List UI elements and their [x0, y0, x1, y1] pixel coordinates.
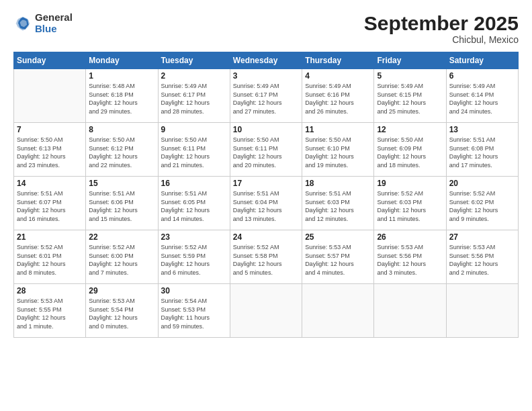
calendar-cell-2-3: 17Sunrise: 5:51 AM Sunset: 6:04 PM Dayli… [230, 177, 302, 230]
day-detail-6: Sunrise: 5:49 AM Sunset: 6:14 PM Dayligh… [449, 82, 515, 116]
logo-general: General [35, 12, 73, 24]
calendar-cell-3-4: 25Sunrise: 5:53 AM Sunset: 5:57 PM Dayli… [302, 230, 374, 284]
day-number-10: 10 [233, 125, 299, 134]
day-number-1: 1 [89, 71, 154, 81]
day-detail-3: Sunrise: 5:49 AM Sunset: 6:17 PM Dayligh… [233, 82, 299, 116]
week-row-1: 7Sunrise: 5:50 AM Sunset: 6:13 PM Daylig… [14, 123, 519, 177]
day-detail-20: Sunrise: 5:52 AM Sunset: 6:02 PM Dayligh… [449, 189, 515, 223]
calendar-cell-3-3: 24Sunrise: 5:52 AM Sunset: 5:58 PM Dayli… [230, 230, 302, 284]
day-detail-16: Sunrise: 5:51 AM Sunset: 6:05 PM Dayligh… [161, 189, 227, 223]
day-detail-11: Sunrise: 5:50 AM Sunset: 6:10 PM Dayligh… [305, 136, 371, 169]
calendar-table: Sunday Monday Tuesday Wednesday Thursday… [13, 52, 519, 338]
day-number-27: 27 [449, 232, 515, 242]
day-detail-13: Sunrise: 5:51 AM Sunset: 6:08 PM Dayligh… [449, 136, 515, 169]
day-detail-8: Sunrise: 5:50 AM Sunset: 6:12 PM Dayligh… [89, 136, 154, 169]
day-detail-5: Sunrise: 5:49 AM Sunset: 6:15 PM Dayligh… [377, 82, 443, 116]
day-number-7: 7 [17, 125, 83, 134]
calendar-cell-0-6: 6Sunrise: 5:49 AM Sunset: 6:14 PM Daylig… [446, 69, 518, 123]
calendar-cell-0-5: 5Sunrise: 5:49 AM Sunset: 6:15 PM Daylig… [374, 69, 446, 123]
day-number-29: 29 [89, 286, 154, 295]
col-wednesday: Wednesday [230, 52, 302, 69]
day-detail-7: Sunrise: 5:50 AM Sunset: 6:13 PM Dayligh… [17, 136, 83, 169]
week-row-0: 1Sunrise: 5:48 AM Sunset: 6:18 PM Daylig… [14, 69, 519, 123]
calendar-cell-0-4: 4Sunrise: 5:49 AM Sunset: 6:16 PM Daylig… [302, 69, 374, 123]
day-number-21: 21 [17, 232, 83, 242]
day-detail-21: Sunrise: 5:52 AM Sunset: 6:01 PM Dayligh… [17, 243, 83, 277]
day-number-9: 9 [161, 125, 227, 134]
calendar-cell-4-0: 28Sunrise: 5:53 AM Sunset: 5:55 PM Dayli… [14, 284, 86, 338]
day-detail-25: Sunrise: 5:53 AM Sunset: 5:57 PM Dayligh… [305, 243, 371, 277]
calendar-cell-0-1: 1Sunrise: 5:48 AM Sunset: 6:18 PM Daylig… [86, 69, 158, 123]
col-monday: Monday [86, 52, 158, 69]
day-number-8: 8 [89, 125, 154, 134]
day-number-19: 19 [377, 179, 443, 188]
day-number-25: 25 [305, 232, 371, 242]
logo-blue: Blue [35, 24, 73, 35]
page-header: General Blue September 2025 Chicbul, Mex… [13, 12, 519, 45]
day-detail-12: Sunrise: 5:50 AM Sunset: 6:09 PM Dayligh… [377, 136, 443, 169]
calendar-cell-0-3: 3Sunrise: 5:49 AM Sunset: 6:17 PM Daylig… [230, 69, 302, 123]
calendar-cell-4-3 [230, 284, 302, 338]
calendar-cell-1-0: 7Sunrise: 5:50 AM Sunset: 6:13 PM Daylig… [14, 123, 86, 177]
day-detail-29: Sunrise: 5:53 AM Sunset: 5:54 PM Dayligh… [89, 297, 154, 330]
calendar-cell-4-4 [302, 284, 374, 338]
day-number-30: 30 [161, 286, 227, 295]
day-number-28: 28 [17, 286, 83, 295]
calendar-cell-2-1: 15Sunrise: 5:51 AM Sunset: 6:06 PM Dayli… [86, 177, 158, 230]
day-detail-14: Sunrise: 5:51 AM Sunset: 6:07 PM Dayligh… [17, 189, 83, 223]
calendar-cell-0-2: 2Sunrise: 5:49 AM Sunset: 6:17 PM Daylig… [158, 69, 230, 123]
day-number-18: 18 [305, 179, 371, 188]
day-detail-27: Sunrise: 5:53 AM Sunset: 5:56 PM Dayligh… [449, 243, 515, 277]
calendar-cell-2-6: 20Sunrise: 5:52 AM Sunset: 6:02 PM Dayli… [446, 177, 518, 230]
col-thursday: Thursday [302, 52, 374, 69]
day-number-22: 22 [89, 232, 154, 242]
col-sunday: Sunday [14, 52, 86, 69]
day-detail-2: Sunrise: 5:49 AM Sunset: 6:17 PM Dayligh… [161, 82, 227, 116]
day-detail-22: Sunrise: 5:52 AM Sunset: 6:00 PM Dayligh… [89, 243, 154, 277]
week-row-4: 28Sunrise: 5:53 AM Sunset: 5:55 PM Dayli… [14, 284, 519, 338]
calendar-cell-3-6: 27Sunrise: 5:53 AM Sunset: 5:56 PM Dayli… [446, 230, 518, 284]
week-row-3: 21Sunrise: 5:52 AM Sunset: 6:01 PM Dayli… [14, 230, 519, 284]
day-number-16: 16 [161, 179, 227, 188]
day-number-23: 23 [161, 232, 227, 242]
day-detail-18: Sunrise: 5:51 AM Sunset: 6:03 PM Dayligh… [305, 189, 371, 223]
day-number-24: 24 [233, 232, 299, 242]
calendar-cell-1-4: 11Sunrise: 5:50 AM Sunset: 6:10 PM Dayli… [302, 123, 374, 177]
col-friday: Friday [374, 52, 446, 69]
day-number-5: 5 [377, 71, 443, 81]
day-number-15: 15 [89, 179, 154, 188]
day-detail-26: Sunrise: 5:53 AM Sunset: 5:56 PM Dayligh… [377, 243, 443, 277]
day-detail-15: Sunrise: 5:51 AM Sunset: 6:06 PM Dayligh… [89, 189, 154, 223]
calendar-cell-4-1: 29Sunrise: 5:53 AM Sunset: 5:54 PM Dayli… [86, 284, 158, 338]
day-number-13: 13 [449, 125, 515, 134]
week-row-2: 14Sunrise: 5:51 AM Sunset: 6:07 PM Dayli… [14, 177, 519, 230]
calendar-cell-2-4: 18Sunrise: 5:51 AM Sunset: 6:03 PM Dayli… [302, 177, 374, 230]
calendar-header-row: Sunday Monday Tuesday Wednesday Thursday… [14, 52, 519, 69]
calendar-cell-4-5 [374, 284, 446, 338]
calendar-cell-3-2: 23Sunrise: 5:52 AM Sunset: 5:59 PM Dayli… [158, 230, 230, 284]
day-number-26: 26 [377, 232, 443, 242]
day-detail-9: Sunrise: 5:50 AM Sunset: 6:11 PM Dayligh… [161, 136, 227, 169]
logo-text: General Blue [35, 12, 73, 34]
day-number-17: 17 [233, 179, 299, 188]
logo-icon [13, 14, 32, 33]
calendar-cell-1-5: 12Sunrise: 5:50 AM Sunset: 6:09 PM Dayli… [374, 123, 446, 177]
calendar-cell-0-0 [14, 69, 86, 123]
day-detail-1: Sunrise: 5:48 AM Sunset: 6:18 PM Dayligh… [89, 82, 154, 116]
logo: General Blue [13, 12, 73, 34]
day-detail-17: Sunrise: 5:51 AM Sunset: 6:04 PM Dayligh… [233, 189, 299, 223]
calendar-cell-1-2: 9Sunrise: 5:50 AM Sunset: 6:11 PM Daylig… [158, 123, 230, 177]
day-number-2: 2 [161, 71, 227, 81]
calendar-cell-1-1: 8Sunrise: 5:50 AM Sunset: 6:12 PM Daylig… [86, 123, 158, 177]
day-number-11: 11 [305, 125, 371, 134]
day-detail-19: Sunrise: 5:52 AM Sunset: 6:03 PM Dayligh… [377, 189, 443, 223]
day-number-12: 12 [377, 125, 443, 134]
col-tuesday: Tuesday [158, 52, 230, 69]
calendar-cell-1-6: 13Sunrise: 5:51 AM Sunset: 6:08 PM Dayli… [446, 123, 518, 177]
day-detail-24: Sunrise: 5:52 AM Sunset: 5:58 PM Dayligh… [233, 243, 299, 277]
calendar-cell-3-5: 26Sunrise: 5:53 AM Sunset: 5:56 PM Dayli… [374, 230, 446, 284]
day-detail-23: Sunrise: 5:52 AM Sunset: 5:59 PM Dayligh… [161, 243, 227, 277]
day-detail-28: Sunrise: 5:53 AM Sunset: 5:55 PM Dayligh… [17, 297, 83, 330]
day-detail-30: Sunrise: 5:54 AM Sunset: 5:53 PM Dayligh… [161, 297, 227, 330]
col-saturday: Saturday [446, 52, 518, 69]
